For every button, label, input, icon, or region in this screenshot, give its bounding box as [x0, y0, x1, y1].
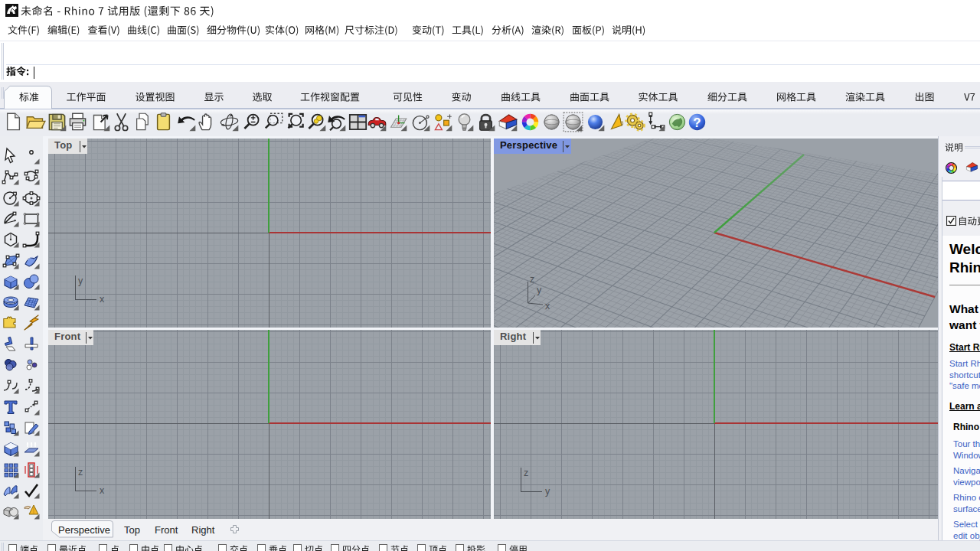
- svg-text:x: x: [100, 294, 105, 305]
- svg-text:z: z: [530, 274, 534, 285]
- svg-text:y: y: [537, 285, 542, 295]
- svg-text:z: z: [78, 467, 83, 478]
- svg-text:y: y: [545, 486, 550, 497]
- svg-text:y: y: [78, 276, 83, 286]
- svg-text:x: x: [100, 485, 105, 496]
- svg-text:x: x: [545, 301, 550, 311]
- svg-text:z: z: [524, 468, 528, 478]
- svg-text:?: ?: [693, 116, 701, 130]
